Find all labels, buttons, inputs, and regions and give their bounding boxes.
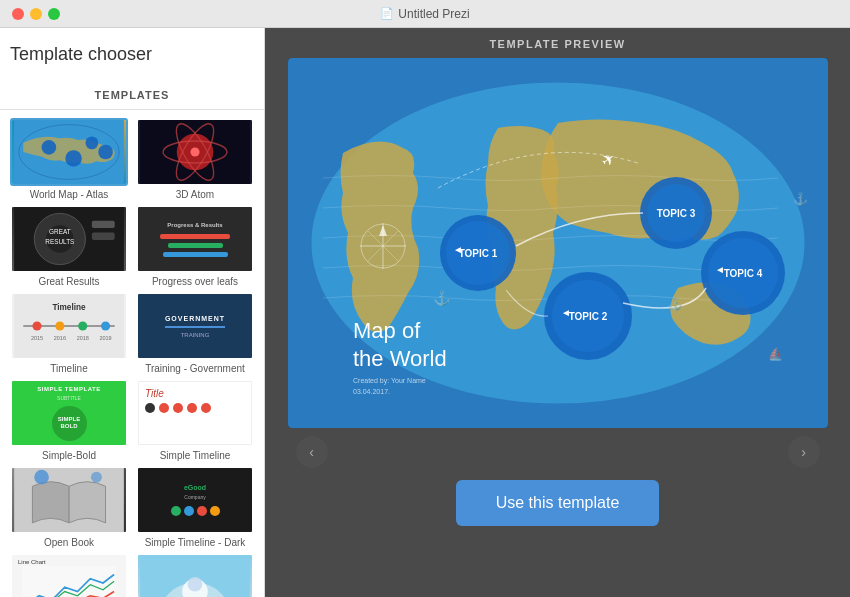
template-item-progress-leafs[interactable]: Progress & Results Progress over leafs [136, 205, 254, 288]
maximize-button[interactable] [48, 8, 60, 20]
svg-text:◄: ◄ [561, 307, 571, 318]
left-panel: Template chooser TEMPLATES [0, 28, 265, 597]
svg-rect-17 [92, 221, 115, 228]
svg-text:◄: ◄ [715, 264, 725, 275]
template-row-1: World Map - Atlas [10, 118, 254, 201]
svg-text:Created by: Your Name: Created by: Your Name [353, 377, 426, 385]
template-name-progress-leafs: Progress over leafs [136, 276, 254, 288]
svg-text:⚓: ⚓ [793, 191, 808, 206]
svg-point-22 [32, 321, 41, 330]
svg-text:TOPIC 4: TOPIC 4 [723, 268, 762, 279]
template-item-line-chart[interactable]: Line Chart Line Chart [10, 553, 128, 597]
svg-point-23 [55, 321, 64, 330]
preview-header: TEMPLATE PREVIEW [265, 28, 850, 58]
svg-text:2015: 2015 [31, 335, 43, 341]
template-name-simple-timeline: Simple Timeline [136, 450, 254, 462]
templates-label: TEMPLATES [0, 85, 264, 110]
svg-text:RESULTS: RESULTS [45, 238, 74, 245]
template-item-simple-timeline[interactable]: Title Simple Timeline [136, 379, 254, 462]
svg-point-24 [78, 321, 87, 330]
template-item-3d-atom[interactable]: 3D Atom [136, 118, 254, 201]
panel-title: Template chooser [10, 44, 254, 65]
template-name-great-results: Great Results [10, 276, 128, 288]
svg-rect-18 [92, 233, 115, 240]
svg-text:TOPIC 3: TOPIC 3 [656, 208, 695, 219]
templates-grid: World Map - Atlas [0, 110, 264, 597]
next-arrow[interactable]: › [788, 436, 820, 468]
svg-point-4 [85, 136, 98, 149]
template-item-great-results[interactable]: GREAT RESULTS Great Results [10, 205, 128, 288]
svg-text:GREAT: GREAT [49, 228, 71, 235]
svg-text:⚓: ⚓ [433, 290, 451, 307]
document-icon: 📄 [380, 7, 394, 20]
svg-point-33 [91, 472, 102, 483]
svg-text:the World: the World [353, 346, 447, 371]
template-item-world-map[interactable]: World Map - Atlas [10, 118, 128, 201]
svg-text:2018: 2018 [77, 335, 89, 341]
template-row-2: GREAT RESULTS Great Results Progress & R… [10, 205, 254, 288]
template-item-future[interactable]: Future [136, 553, 254, 597]
template-row-5: Open Book eGood Company [10, 466, 254, 549]
template-item-simple-bold[interactable]: SIMPLE TEMPLATE SUBTITLE SIMPLEBOLD Simp… [10, 379, 128, 462]
svg-text:03.04.2017.: 03.04.2017. [353, 388, 390, 395]
svg-text:Map of: Map of [353, 318, 421, 343]
template-row-6: Line Chart Line Chart [10, 553, 254, 597]
window-title: 📄 Untitled Prezi [380, 7, 469, 21]
svg-point-2 [42, 140, 57, 155]
preview-area: TOPIC 1 ◄ TOPIC 2 ◄ TOPIC 3 TOPIC 4 ◄ [288, 58, 828, 428]
svg-text:2016: 2016 [54, 335, 66, 341]
svg-rect-34 [22, 566, 116, 597]
minimize-button[interactable] [30, 8, 42, 20]
nav-arrows: ‹ › [288, 436, 828, 468]
svg-text:Timeline: Timeline [52, 303, 86, 312]
template-item-simple-timeline-dark[interactable]: eGood Company Simple Timeline - Dark [136, 466, 254, 549]
svg-point-32 [34, 470, 49, 485]
template-item-training-government[interactable]: GOVERNMENT TRAINING Training - Governmen… [136, 292, 254, 375]
template-row-4: SIMPLE TEMPLATE SUBTITLE SIMPLEBOLD Simp… [10, 379, 254, 462]
svg-text:⛵: ⛵ [768, 346, 783, 361]
use-template-button[interactable]: Use this template [456, 480, 660, 526]
traffic-lights [12, 8, 60, 20]
svg-point-11 [190, 147, 199, 156]
template-name-3d-atom: 3D Atom [136, 189, 254, 201]
svg-point-38 [188, 577, 203, 592]
template-item-open-book[interactable]: Open Book [10, 466, 128, 549]
title-bar: 📄 Untitled Prezi [0, 0, 850, 28]
close-button[interactable] [12, 8, 24, 20]
svg-text:2019: 2019 [99, 335, 111, 341]
svg-point-25 [101, 321, 110, 330]
template-name-simple-bold: Simple-Bold [10, 450, 128, 462]
panel-header: Template chooser [0, 28, 264, 85]
prev-arrow[interactable]: ‹ [296, 436, 328, 468]
template-name-open-book: Open Book [10, 537, 128, 549]
template-name-timeline: Timeline [10, 363, 128, 375]
svg-text:⚓: ⚓ [668, 296, 683, 311]
template-name-world-map: World Map - Atlas [10, 189, 128, 201]
svg-point-3 [65, 150, 81, 166]
right-panel: TEMPLATE PREVIEW [265, 28, 850, 597]
template-row-3: Timeline 2015 2016 2018 2019 [10, 292, 254, 375]
template-name-training-government: Training - Government [136, 363, 254, 375]
svg-point-5 [98, 145, 113, 160]
svg-text:TOPIC 1: TOPIC 1 [458, 248, 497, 259]
svg-text:◄: ◄ [453, 244, 463, 255]
main-container: Template chooser TEMPLATES [0, 28, 850, 597]
template-item-timeline[interactable]: Timeline 2015 2016 2018 2019 [10, 292, 128, 375]
svg-text:TOPIC 2: TOPIC 2 [568, 311, 607, 322]
template-name-simple-timeline-dark: Simple Timeline - Dark [136, 537, 254, 549]
